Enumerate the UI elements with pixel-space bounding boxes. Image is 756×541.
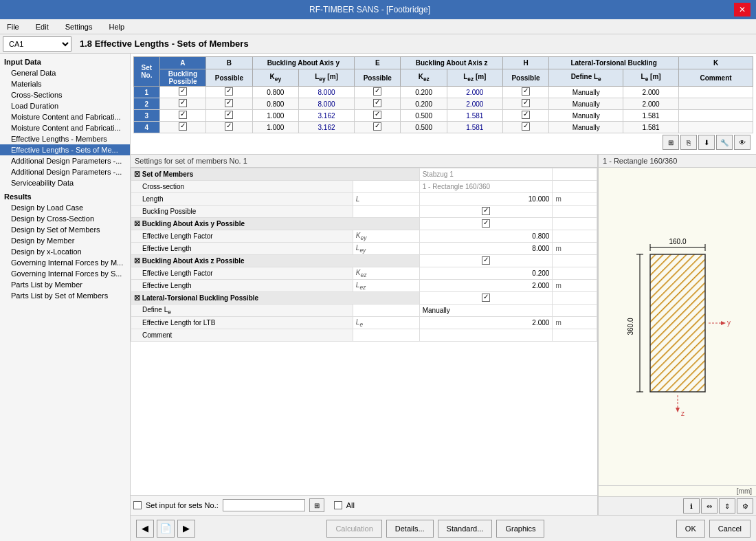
check-e-1[interactable] [373, 87, 381, 96]
sidebar-item-load-duration[interactable]: Load Duration [0, 100, 130, 111]
settings-sub-ltb-len: Le [353, 317, 419, 329]
toolbar-row: CA1 1.8 Effective Lengths - Sets of Memb… [0, 34, 756, 54]
check-buckposs[interactable] [482, 207, 490, 215]
col-sub-kez: Kez [401, 69, 447, 87]
check-axisy[interactable] [482, 219, 490, 228]
sidebar-item-design-member[interactable]: Design by Member [0, 235, 130, 246]
sidebar-item-moisture1[interactable]: Moisture Content and Fabricati... [0, 111, 130, 122]
standard-button[interactable]: Standard... [438, 520, 493, 538]
check-e-4[interactable] [373, 122, 381, 131]
set-input-field[interactable] [223, 499, 305, 511]
check-buck-2[interactable] [179, 99, 187, 107]
sidebar-item-serviceability[interactable]: Serviceability Data [0, 177, 130, 188]
settings-button[interactable]: 🔧 [716, 135, 733, 150]
all-checkbox[interactable] [334, 501, 342, 509]
settings-row-axisy-group: ☒ Buckling About Axis y Possible [131, 218, 597, 230]
settings-unit-set [553, 168, 597, 181]
check-h-2[interactable] [522, 99, 530, 107]
all-label: All [346, 501, 355, 509]
sidebar-item-gov-forces-s[interactable]: Governing Internal Forces by S... [0, 268, 130, 279]
cs-preview-title: 1 - Rectangle 160/360 [599, 155, 756, 168]
action-bar-left: ◀ 📄 ▶ [136, 520, 195, 538]
sidebar-item-add-design2[interactable]: Additional Design Parameters -... [0, 166, 130, 177]
settings-row-axisz-group: ☒ Buckling About Axis z Possible [131, 255, 597, 267]
calculation-button[interactable]: Calculation [326, 520, 381, 538]
settings-group-axisy: ☒ Buckling About Axis y Possible [131, 218, 420, 230]
col-sub-define-le: Define Le [549, 69, 623, 87]
sidebar-item-moisture2[interactable]: Moisture Content and Fabricati... [0, 122, 130, 133]
settings-sub-cs [353, 181, 419, 193]
sidebar-item-cross-sections[interactable]: Cross-Sections [0, 89, 130, 100]
settings-param-kez: Effective Length Factor [131, 267, 353, 280]
settings-unit-ltb [553, 292, 597, 305]
check-axisz[interactable] [482, 256, 490, 265]
menu-bar: File Edit Settings Help [0, 19, 756, 34]
check-buck-3[interactable] [179, 111, 187, 119]
close-button[interactable]: ✕ [734, 3, 751, 16]
settings-value-ley: 8.000 [419, 243, 553, 255]
nav-doc-button[interactable]: 📄 [157, 520, 175, 538]
sidebar-item-parts-set[interactable]: Parts List by Set of Members [0, 290, 130, 301]
menu-settings[interactable]: Settings [61, 21, 97, 32]
content-area: Input Data General Data Materials Cross-… [0, 54, 756, 541]
col-sub-buckling: BucklingPossible [159, 69, 205, 87]
cs-resize1-button[interactable]: ⇔ [701, 498, 718, 514]
cs-resize2-button[interactable]: ⇕ [719, 498, 735, 514]
graphics-button[interactable]: Graphics [496, 520, 544, 538]
col-sub-lez: Lez [m] [447, 69, 502, 87]
check-b-4[interactable] [225, 122, 233, 131]
sidebar-item-design-lc[interactable]: Design by Load Case [0, 202, 130, 213]
col-sub-key: Key [252, 69, 298, 87]
sidebar-item-eff-lengths-sets[interactable]: Effective Lengths - Sets of Me... [0, 144, 130, 155]
sidebar-item-materials[interactable]: Materials [0, 78, 130, 89]
sidebar-item-general-data[interactable]: General Data [0, 67, 130, 78]
sidebar-item-eff-lengths-members[interactable]: Effective Lengths - Members [0, 133, 130, 144]
ok-button[interactable]: OK [676, 520, 705, 538]
check-ltb[interactable] [482, 294, 490, 302]
check-e-3[interactable] [373, 111, 381, 119]
settings-group-set: ☒ Set of Members [131, 168, 420, 181]
settings-row-ltb-group: ☒ Lateral-Torsional Buckling Possible [131, 292, 597, 305]
settings-row-ltb-len: Effective Length for LTB Le 2.000 m [131, 317, 597, 329]
menu-file[interactable]: File [3, 21, 23, 32]
col-sub-ley: Ley [m] [299, 69, 355, 87]
sidebar-item-gov-forces-m[interactable]: Governing Internal Forces by M... [0, 257, 130, 268]
menu-help[interactable]: Help [104, 21, 129, 32]
cs-svg: 160.0 360.0 z y [609, 230, 746, 423]
case-dropdown[interactable]: CA1 [3, 36, 71, 52]
sidebar-item-add-design1[interactable]: Additional Design Parameters -... [0, 155, 130, 166]
settings-sub-kez: Kez [353, 267, 419, 280]
check-b-1[interactable] [225, 87, 233, 96]
set-input-checkbox[interactable] [133, 501, 142, 509]
import-button[interactable]: ⬇ [698, 135, 715, 150]
col-header-b: B [206, 57, 252, 69]
check-buck-4[interactable] [179, 122, 187, 131]
sidebar-item-parts-member[interactable]: Parts List by Member [0, 279, 130, 290]
add-set-button[interactable]: ⊞ [309, 498, 324, 512]
sidebar-item-design-x[interactable]: Design by x-Location [0, 246, 130, 257]
sidebar-item-design-set[interactable]: Design by Set of Members [0, 224, 130, 235]
menu-edit[interactable]: Edit [32, 21, 53, 32]
check-e-2[interactable] [373, 99, 381, 107]
settings-param-len: Length [131, 193, 353, 206]
settings-value-lez: 2.000 [419, 280, 553, 292]
nav-back-button[interactable]: ◀ [136, 520, 154, 538]
svg-text:z: z [681, 410, 685, 417]
check-b-3[interactable] [225, 111, 233, 119]
sidebar-item-design-cs[interactable]: Design by Cross-Section [0, 213, 130, 224]
nav-forward-button[interactable]: ▶ [177, 520, 195, 538]
cs-canvas: 160.0 360.0 z y [599, 168, 756, 485]
details-button[interactable]: Details... [386, 520, 434, 538]
check-h-4[interactable] [522, 122, 530, 131]
svg-text:160.0: 160.0 [669, 238, 686, 245]
cancel-button[interactable]: Cancel [709, 520, 751, 538]
cs-settings2-button[interactable]: ⚙ [737, 498, 753, 514]
check-h-3[interactable] [522, 111, 530, 119]
check-buck-1[interactable] [179, 87, 187, 96]
check-b-2[interactable] [225, 99, 233, 107]
cs-info-button[interactable]: ℹ [683, 498, 700, 514]
check-h-1[interactable] [522, 87, 530, 96]
export-button[interactable]: ⎘ [680, 135, 697, 150]
view-button[interactable]: 👁 [734, 135, 751, 150]
copy-button[interactable]: ⊞ [663, 135, 679, 150]
